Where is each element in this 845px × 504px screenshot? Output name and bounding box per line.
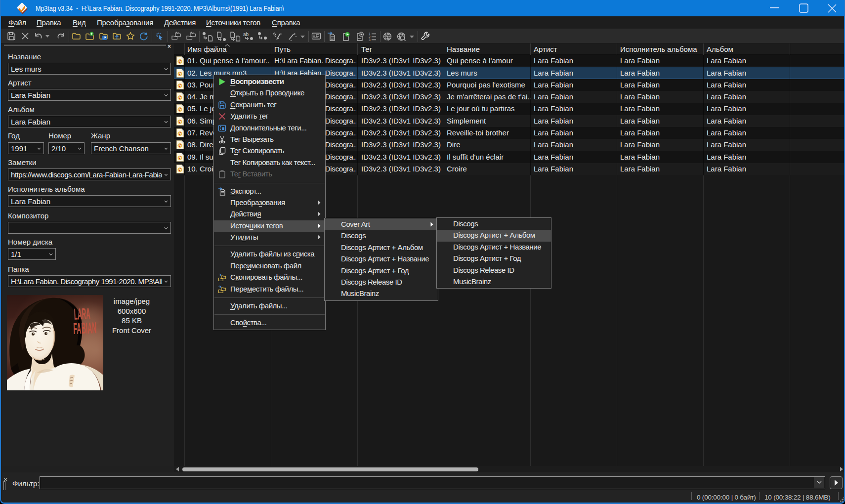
svg-text:3: 3 <box>369 38 371 42</box>
svg-text:ab: ab <box>243 32 249 37</box>
